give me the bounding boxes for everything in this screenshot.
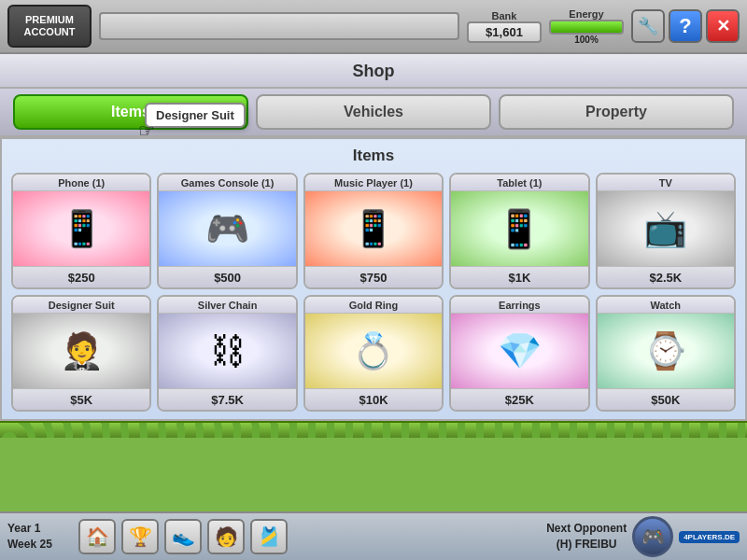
tabs-row: Items Vehicles Property (0, 89, 747, 137)
item-price: $1K (451, 266, 587, 287)
year-label: Year 1 (7, 521, 73, 537)
item-label: Earrings (451, 297, 587, 314)
item-card-tv[interactable]: TV📺$2.5K (596, 173, 736, 289)
wrench-icon-button[interactable]: 🔧 (631, 9, 665, 43)
week-label: Week 25 (7, 537, 73, 553)
item-image: 📺 (598, 191, 734, 266)
bank-value: $1,601 (467, 21, 542, 43)
energy-percent: 100% (574, 35, 599, 45)
item-image: 📱 (305, 191, 442, 266)
item-card-watch[interactable]: Watch⌚$50K (596, 295, 736, 412)
top-bar: PREMIUM ACCOUNT Bank $1,601 Energy 100% … (0, 0, 747, 54)
item-price: $10K (305, 388, 442, 410)
item-image: ⛓ (159, 314, 295, 388)
multiplayer-icon[interactable]: 🎮 (632, 516, 673, 557)
items-grid: Phone (1)📱$250Games Console (1)🎮$500Musi… (11, 173, 736, 412)
item-image: 📱 (451, 191, 587, 266)
energy-bar (549, 20, 624, 35)
item-image: 🎮 (159, 191, 295, 266)
tab-property[interactable]: Property (499, 94, 734, 130)
item-image: 💍 (305, 314, 442, 388)
item-label: Silver Chain (159, 297, 295, 314)
item-card-earrings[interactable]: Earrings💎$25K (449, 295, 589, 412)
nav-person-button[interactable]: 🧑 (207, 519, 245, 554)
tooltip-box: Designer Suit (145, 103, 246, 128)
top-icons: 🔧 ? ✕ (631, 9, 740, 43)
item-card-music-player-1[interactable]: Music Player (1)📱$750 (303, 173, 444, 289)
year-week: Year 1 Week 25 (7, 521, 73, 553)
item-price: $250 (13, 266, 149, 287)
premium-account-badge[interactable]: PREMIUM ACCOUNT (7, 5, 92, 48)
item-price: $5K (13, 388, 149, 410)
item-card-silver-chain[interactable]: Silver Chain⛓$7.5K (157, 295, 297, 412)
items-section-title: Items (11, 147, 736, 165)
bottom-bar: Year 1 Week 25 🏠 🏆 👟 🧑 🎽 Next Opponent (… (0, 511, 747, 560)
item-card-gold-ring[interactable]: Gold Ring💍$10K (303, 295, 444, 412)
help-icon-button[interactable]: ? (669, 9, 702, 43)
energy-fill (551, 21, 622, 33)
bank-block: Bank $1,601 (467, 10, 542, 43)
item-card-designer-suit[interactable]: Designer Suit🤵$5K (11, 295, 151, 412)
item-label: Music Player (1) (305, 175, 442, 191)
next-opponent-label: Next Opponent (546, 521, 627, 537)
grass-bumps (0, 423, 747, 438)
item-price: $25K (451, 388, 587, 410)
item-label: TV (598, 175, 734, 191)
item-label: Designer Suit (13, 297, 149, 314)
item-label: Games Console (1) (159, 175, 295, 191)
item-label: Phone (1) (13, 175, 149, 191)
item-image: ⌚ (598, 314, 734, 388)
cursor-icon: ☞ (138, 119, 155, 142)
item-label: Gold Ring (305, 297, 442, 314)
item-image: 🤵 (13, 314, 149, 388)
item-price: $500 (159, 266, 295, 287)
item-image: 📱 (13, 191, 149, 266)
grass-strip (0, 421, 747, 438)
item-label: Tablet (1) (451, 175, 587, 191)
item-price: $2.5K (598, 266, 734, 287)
item-card-tablet-1[interactable]: Tablet (1)📱$1K (449, 173, 589, 289)
item-price: $50K (598, 388, 734, 410)
energy-block: Energy 100% (549, 8, 624, 45)
nav-trophy-button[interactable]: 🏆 (121, 519, 159, 554)
item-price: $750 (305, 266, 442, 287)
item-price: $7.5K (159, 388, 295, 410)
tooltip-text: Designer Suit (156, 108, 234, 122)
energy-label: Energy (569, 8, 603, 20)
main-content: Items Phone (1)📱$250Games Console (1)🎮$5… (0, 137, 747, 421)
item-card-games-console-1[interactable]: Games Console (1)🎮$500 (157, 173, 297, 289)
bank-label: Bank (492, 10, 517, 21)
next-opponent: Next Opponent (H) FREIBU (546, 521, 627, 553)
item-image: 💎 (451, 314, 587, 388)
4players-logo: 4PLAYERS.DE (679, 531, 740, 543)
nav-home-button[interactable]: 🏠 (78, 519, 116, 554)
item-card-phone-1[interactable]: Phone (1)📱$250 (11, 173, 151, 289)
shop-title: Shop (0, 54, 747, 89)
nav-shirt-button[interactable]: 🎽 (250, 519, 288, 554)
nav-shoes-button[interactable]: 👟 (164, 519, 202, 554)
tab-vehicles[interactable]: Vehicles (256, 94, 491, 130)
item-label: Watch (598, 297, 734, 314)
next-opponent-value: (H) FREIBU (546, 537, 627, 553)
close-icon-button[interactable]: ✕ (706, 9, 740, 43)
